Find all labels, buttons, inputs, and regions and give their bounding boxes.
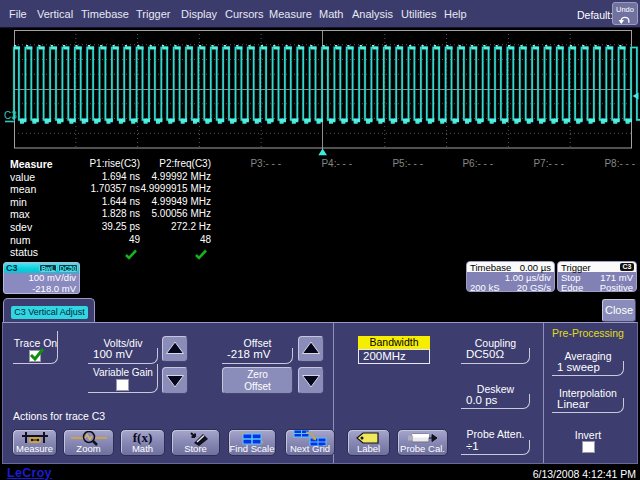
svg-text:C3: C3 (4, 110, 17, 121)
